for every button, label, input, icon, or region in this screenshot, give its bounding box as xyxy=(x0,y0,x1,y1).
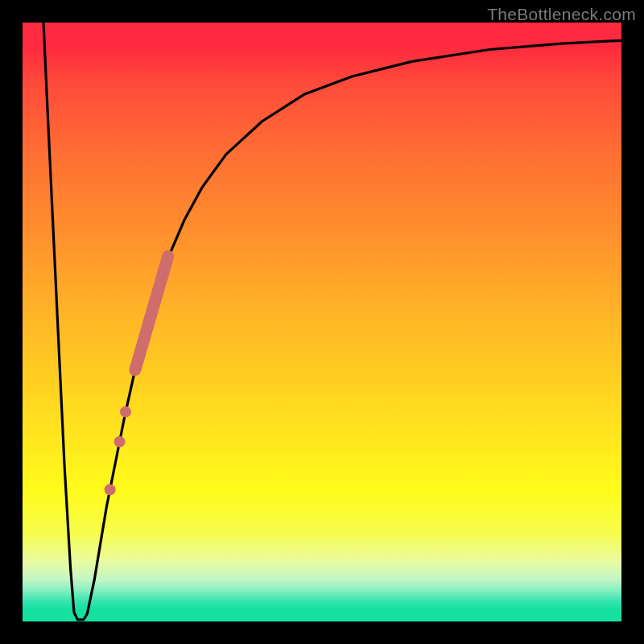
watermark-text: TheBottleneck.com xyxy=(487,5,636,24)
plot-area xyxy=(23,23,621,621)
chart-stage: TheBottleneck.com xyxy=(0,0,644,644)
highlight-dot xyxy=(120,407,131,418)
highlight-segment xyxy=(135,256,168,369)
chart-svg xyxy=(23,23,621,621)
highlight-dot xyxy=(114,436,126,448)
highlight-dot xyxy=(105,484,116,495)
bottleneck-curve xyxy=(43,23,621,620)
